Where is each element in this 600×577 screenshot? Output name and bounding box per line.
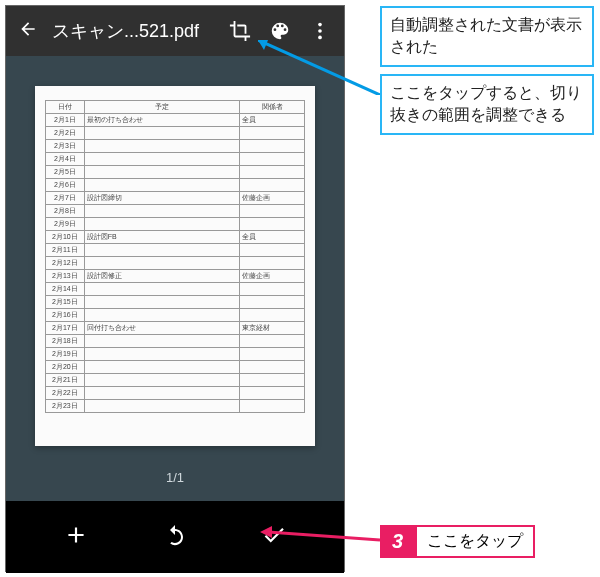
cell-rel: 佐藤企画 <box>240 192 305 205</box>
document-table: 日付 予定 関係者 2月1日最初の打ち合わせ全員2月2日2月3日2月4日2月5日… <box>45 100 305 413</box>
cell-rel <box>240 257 305 270</box>
cell-plan <box>84 127 239 140</box>
cell-date: 2月11日 <box>46 244 85 257</box>
cell-plan: 設計図FB <box>84 231 239 244</box>
cell-plan <box>84 361 239 374</box>
cell-plan: 回付打ち合わせ <box>84 322 239 335</box>
bottom-toolbar <box>6 501 344 573</box>
cell-plan <box>84 166 239 179</box>
cell-date: 2月18日 <box>46 335 85 348</box>
table-row: 2月13日設計図修正佐藤企画 <box>46 270 305 283</box>
table-row: 2月21日 <box>46 374 305 387</box>
page-indicator: 1/1 <box>166 470 184 485</box>
cell-plan <box>84 257 239 270</box>
cell-rel <box>240 166 305 179</box>
cell-date: 2月2日 <box>46 127 85 140</box>
cell-rel <box>240 400 305 413</box>
table-row: 2月17日回付打ち合わせ東京経材 <box>46 322 305 335</box>
cell-rel: 全員 <box>240 114 305 127</box>
retake-icon[interactable] <box>161 521 189 549</box>
cell-rel <box>240 374 305 387</box>
cell-plan <box>84 244 239 257</box>
cell-date: 2月10日 <box>46 231 85 244</box>
table-row: 2月10日設計図FB全員 <box>46 231 305 244</box>
cell-plan <box>84 374 239 387</box>
table-row: 2月20日 <box>46 361 305 374</box>
cell-date: 2月12日 <box>46 257 85 270</box>
table-row: 2月6日 <box>46 179 305 192</box>
cell-plan <box>84 179 239 192</box>
svg-point-2 <box>318 36 322 40</box>
table-row: 2月18日 <box>46 335 305 348</box>
table-row: 2月3日 <box>46 140 305 153</box>
palette-icon[interactable] <box>268 20 292 42</box>
cell-plan <box>84 309 239 322</box>
cell-rel <box>240 361 305 374</box>
cell-date: 2月4日 <box>46 153 85 166</box>
cell-rel: 東京経材 <box>240 322 305 335</box>
cell-rel <box>240 153 305 166</box>
cell-rel <box>240 140 305 153</box>
back-icon[interactable] <box>18 19 38 43</box>
cell-date: 2月9日 <box>46 218 85 231</box>
col-header-rel: 関係者 <box>240 101 305 114</box>
cell-plan: 最初の打ち合わせ <box>84 114 239 127</box>
more-icon[interactable] <box>308 20 332 42</box>
table-row: 2月5日 <box>46 166 305 179</box>
cell-rel: 全員 <box>240 231 305 244</box>
cell-date: 2月13日 <box>46 270 85 283</box>
table-row: 2月22日 <box>46 387 305 400</box>
cell-date: 2月23日 <box>46 400 85 413</box>
cell-rel: 佐藤企画 <box>240 270 305 283</box>
scan-preview-area: 日付 予定 関係者 2月1日最初の打ち合わせ全員2月2日2月3日2月4日2月5日… <box>6 56 344 501</box>
table-row: 2月9日 <box>46 218 305 231</box>
cell-rel <box>240 244 305 257</box>
cell-date: 2月21日 <box>46 374 85 387</box>
table-row: 2月8日 <box>46 205 305 218</box>
col-header-plan: 予定 <box>84 101 239 114</box>
cell-plan <box>84 283 239 296</box>
table-row: 2月7日設計図締切佐藤企画 <box>46 192 305 205</box>
cell-plan <box>84 400 239 413</box>
cell-plan <box>84 218 239 231</box>
table-row: 2月11日 <box>46 244 305 257</box>
cell-date: 2月19日 <box>46 348 85 361</box>
cell-date: 2月14日 <box>46 283 85 296</box>
table-row: 2月4日 <box>46 153 305 166</box>
phone-frame: スキャン...521.pdf 日付 予定 関係者 2月1日最初の打ち合わせ全員2… <box>5 5 345 572</box>
cell-rel <box>240 348 305 361</box>
cell-date: 2月5日 <box>46 166 85 179</box>
table-row: 2月1日最初の打ち合わせ全員 <box>46 114 305 127</box>
col-header-date: 日付 <box>46 101 85 114</box>
cell-rel <box>240 127 305 140</box>
table-row: 2月14日 <box>46 283 305 296</box>
cell-plan <box>84 205 239 218</box>
cell-plan <box>84 153 239 166</box>
table-row: 2月16日 <box>46 309 305 322</box>
cell-plan <box>84 348 239 361</box>
cell-rel <box>240 218 305 231</box>
table-row: 2月23日 <box>46 400 305 413</box>
scanned-document[interactable]: 日付 予定 関係者 2月1日最初の打ち合わせ全員2月2日2月3日2月4日2月5日… <box>35 86 315 446</box>
cell-rel <box>240 283 305 296</box>
table-row: 2月12日 <box>46 257 305 270</box>
cell-date: 2月6日 <box>46 179 85 192</box>
table-row: 2月19日 <box>46 348 305 361</box>
document-title: スキャン...521.pdf <box>52 19 212 43</box>
cell-rel <box>240 296 305 309</box>
step-number-badge: 3 <box>380 525 415 558</box>
crop-icon[interactable] <box>228 20 252 42</box>
annotation-2: ここをタップすると、切り抜きの範囲を調整できる <box>380 74 594 135</box>
confirm-icon[interactable] <box>260 521 288 549</box>
cell-plan: 設計図修正 <box>84 270 239 283</box>
cell-plan <box>84 140 239 153</box>
cell-rel <box>240 387 305 400</box>
cell-plan <box>84 296 239 309</box>
cell-date: 2月15日 <box>46 296 85 309</box>
cell-plan <box>84 387 239 400</box>
table-row: 2月15日 <box>46 296 305 309</box>
cell-rel <box>240 179 305 192</box>
add-page-icon[interactable] <box>62 521 90 549</box>
cell-date: 2月22日 <box>46 387 85 400</box>
cell-date: 2月16日 <box>46 309 85 322</box>
